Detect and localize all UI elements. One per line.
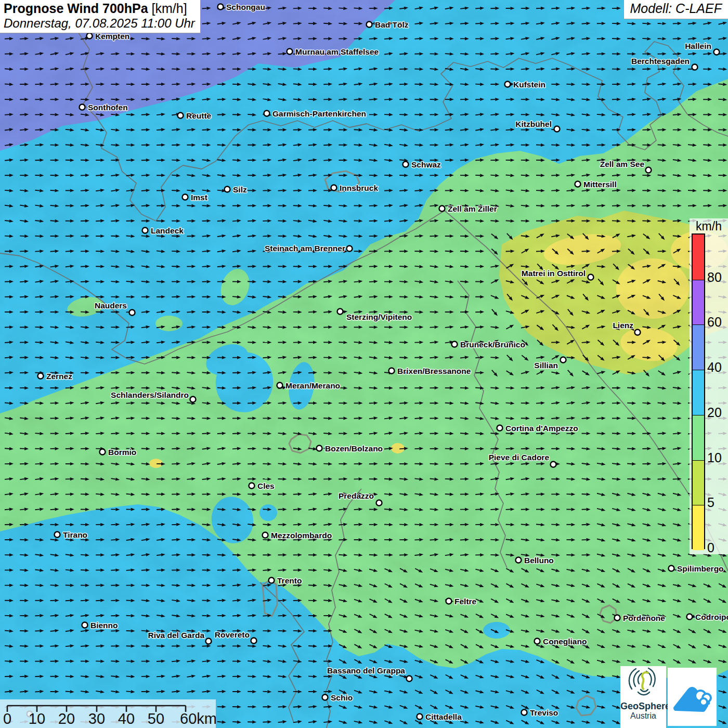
wind-arrow-shaft (445, 357, 450, 358)
wind-arrow-shaft (157, 99, 161, 100)
wind-arrow-shaft (490, 494, 495, 495)
wind-arrow-shaft (627, 464, 632, 464)
wind-arrow-shaft (96, 221, 100, 222)
wind-arrow-shaft (551, 99, 556, 99)
wind-arrow-shaft (384, 8, 389, 9)
wind-arrow-shaft (718, 84, 723, 84)
wind-arrow-shaft (323, 205, 328, 206)
legend-band-80 (693, 235, 704, 280)
wind-arrow-shaft (384, 357, 389, 358)
wind-arrow-shaft (506, 205, 511, 206)
wind-arrow-shaft (263, 403, 267, 404)
wind-arrow-shaft (369, 38, 374, 39)
wind-arrow-shaft (597, 205, 602, 206)
wind-arrow-shaft (172, 661, 176, 661)
wind-arrow-shaft (658, 403, 662, 404)
wind-arrow-shaft (627, 114, 632, 115)
wind-arrow-shaft (354, 266, 359, 267)
city-dot (218, 4, 224, 10)
wind-arrow-shaft (20, 266, 24, 267)
wind-arrow-shaft (50, 281, 55, 282)
forecast-datetime: Donnerstag, 07.08.2025 11:00 Uhr (4, 16, 195, 30)
wind-arrow-shaft (445, 266, 450, 267)
wind-arrow-shaft (96, 388, 100, 388)
wind-arrow-shaft (445, 69, 450, 69)
wind-arrow-shaft (232, 509, 237, 510)
wind-arrow-shaft (81, 342, 85, 342)
wind-arrow-shaft (521, 266, 526, 267)
wind-arrow-shaft (172, 99, 176, 100)
wind-arrow-shaft (612, 175, 617, 176)
city-dot (554, 126, 560, 132)
wind-arrow-shaft (627, 99, 632, 100)
wind-arrow-shaft (96, 357, 100, 358)
wind-arrow-shaft (475, 190, 480, 191)
wind-arrow-shaft (582, 54, 587, 54)
wind-arrow-shaft (20, 297, 24, 297)
wind-arrow-shaft (232, 479, 237, 479)
city-label: Bozen/Bolzano (325, 444, 383, 453)
wind-arrow-shaft (414, 266, 419, 267)
wind-arrow-shaft (566, 448, 571, 449)
wind-arrow-shaft (506, 494, 511, 495)
city-dot (522, 710, 527, 716)
wind-arrow-shaft (126, 418, 131, 419)
wind-arrow-shaft (81, 388, 85, 388)
city-dot (635, 330, 641, 335)
city-label: Bienno (90, 621, 118, 630)
title-unit: [km/h] (148, 1, 187, 16)
city-label: Schlanders/Silandro (111, 391, 189, 399)
wind-arrow-shaft (673, 433, 678, 434)
wind-arrow-shaft (384, 418, 389, 419)
wind-arrow-shaft (263, 676, 267, 677)
wind-arrow-shaft (658, 114, 662, 115)
wind-arrow-shaft (460, 327, 465, 328)
wind-arrow-shaft (293, 99, 298, 99)
wind-arrow-shaft (141, 205, 146, 206)
wind-arrow-shaft (323, 8, 328, 9)
wind-arrow-shaft (369, 388, 374, 388)
wind-arrow-shaft (536, 23, 541, 24)
wind-arrow-shaft (248, 539, 252, 540)
legend-band-10 (693, 415, 704, 460)
wind-arrow-shaft (217, 539, 222, 540)
wind-arrow-shaft (642, 99, 647, 100)
wind-arrow-shaft (50, 84, 55, 85)
wind-arrow-shaft (506, 220, 511, 221)
wind-arrow-shaft (5, 373, 9, 373)
wind-arrow-shaft (673, 175, 678, 175)
wind-arrow-shaft (293, 707, 298, 707)
wind-arrow-shaft (566, 463, 571, 464)
wind-arrow-shaft (111, 555, 115, 555)
wind-arrow-shaft (673, 403, 678, 404)
wind-arrow-shaft (354, 387, 359, 388)
wind-arrow-shaft (187, 190, 191, 191)
wind-arrow-shaft (96, 403, 100, 404)
city-label: Treviso (530, 708, 558, 717)
wind-arrow-shaft (536, 554, 541, 555)
wind-arrow-shaft (718, 69, 723, 69)
wind-arrow-shaft (111, 99, 115, 100)
wind-arrow-shaft (278, 23, 283, 24)
city-label: Kitzbühel (515, 120, 552, 128)
wind-arrow-shaft (50, 251, 55, 252)
wind-arrow-shaft (414, 190, 419, 191)
wind-arrow-shaft (111, 251, 115, 252)
wind-arrow-shaft (308, 661, 313, 661)
wind-arrow-shaft (35, 190, 40, 191)
wind-arrow-shaft (566, 403, 571, 404)
wind-arrow-shaft (582, 160, 587, 161)
legend-band-0 (693, 505, 704, 550)
city-label: Bassano del Grappa (327, 666, 405, 675)
wind-arrow-shaft (278, 8, 283, 9)
wind-arrow-shaft (81, 646, 85, 646)
wind-arrow-shaft (658, 449, 662, 449)
wind-arrow-shaft (172, 327, 176, 328)
wind-arrow-shaft (187, 692, 191, 692)
wind-arrow-shaft (490, 327, 495, 327)
wind-arrow-shaft (582, 342, 587, 343)
wind-arrow-shaft (157, 555, 161, 555)
city-dot (575, 181, 581, 187)
wind-arrow-shaft (399, 479, 404, 479)
wind-arrow-shaft (66, 631, 70, 631)
